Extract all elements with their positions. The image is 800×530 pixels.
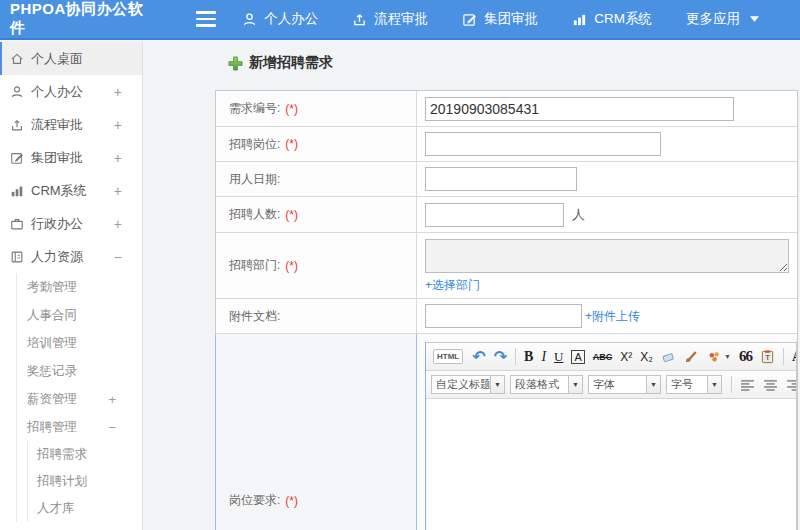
sidebar-item-label: 个人办公 xyxy=(31,83,83,101)
bold-button[interactable]: B xyxy=(524,349,533,365)
editor-toolbar-row1: HTML ↶ ↷ B I U A ABC X² X₂ xyxy=(426,343,796,371)
underline-button[interactable]: U xyxy=(554,349,563,365)
editor-toolbar-row2: 自定义标题 ▼ 段落格式 ▼ 字体 ▼ 字号 ▼ xyxy=(426,371,796,399)
sidebar-item-human-resources[interactable]: 人力资源 − xyxy=(0,240,142,273)
headcount-input[interactable] xyxy=(425,203,564,227)
field-label: 招聘人数:(*) xyxy=(216,197,417,232)
align-left-icon[interactable] xyxy=(740,379,755,391)
sidebar-item-reward-records[interactable]: 奖惩记录 xyxy=(17,357,142,385)
sidebar: 个人桌面 个人办公 + 流程审批 + 集团审批 + CRM系统 + 行政办公 +… xyxy=(0,42,143,530)
select-department-link[interactable]: +选择部门 xyxy=(425,277,480,294)
sidebar-item-label: 招聘管理 xyxy=(27,419,77,436)
hire-date-input[interactable] xyxy=(425,167,577,191)
sidebar-item-group-approval[interactable]: 集团审批 + xyxy=(0,141,142,174)
sidebar-item-attendance-mgmt[interactable]: 考勤管理 xyxy=(17,273,142,301)
chevron-down-icon: ▼ xyxy=(568,376,582,393)
eraser-icon[interactable] xyxy=(661,349,676,364)
sidebar-item-recruit-demand[interactable]: 招聘需求 xyxy=(28,441,142,468)
editor-content-area[interactable] xyxy=(426,399,796,530)
nav-crm-system[interactable]: CRM系统 xyxy=(572,10,652,28)
sidebar-item-recruit-mgmt[interactable]: 招聘管理 − xyxy=(17,413,142,441)
add-plus-icon xyxy=(228,56,243,71)
italic-button[interactable]: I xyxy=(541,349,546,365)
font-border-button[interactable]: A xyxy=(571,350,584,364)
sidebar-item-label: 行政办公 xyxy=(31,215,83,233)
field-label: 招聘岗位:(*) xyxy=(216,127,417,161)
redo-icon[interactable]: ↷ xyxy=(494,347,507,366)
paste-icon[interactable]: T xyxy=(760,349,775,364)
demand-no-input[interactable] xyxy=(425,97,734,121)
font-color-button[interactable]: A ▼ xyxy=(792,349,796,365)
sidebar-item-hr-contract[interactable]: 人事合同 xyxy=(17,301,142,329)
upload-attachment-link[interactable]: +附件上传 xyxy=(585,308,640,325)
sidebar-item-label: 招聘需求 xyxy=(37,446,87,463)
sidebar-item-personal-office[interactable]: 个人办公 + xyxy=(0,75,142,108)
form-row-position: 招聘岗位:(*) xyxy=(215,127,797,162)
font-family-dropdown[interactable]: 字体 ▼ xyxy=(588,375,661,394)
page-title: 新增招聘需求 xyxy=(228,54,333,72)
sidebar-item-crm-system[interactable]: CRM系统 + xyxy=(0,174,142,207)
app-logo: PHPOA协同办公软件 xyxy=(0,0,158,38)
attachment-input[interactable] xyxy=(425,304,582,328)
nav-more-apps[interactable]: 更多应用 xyxy=(686,10,766,28)
user-icon xyxy=(242,12,257,27)
field-label: 用人日期: xyxy=(216,162,417,196)
expand-toggle[interactable]: + xyxy=(114,117,122,133)
sidebar-item-personal-desktop[interactable]: 个人桌面 xyxy=(0,42,142,75)
department-textarea[interactable] xyxy=(425,239,789,273)
nav-personal-office[interactable]: 个人办公 xyxy=(242,10,318,28)
strikethrough-button[interactable]: ABC xyxy=(593,352,613,362)
superscript-button[interactable]: X² xyxy=(620,350,632,364)
align-center-icon[interactable] xyxy=(763,379,778,391)
collapse-toggle[interactable]: − xyxy=(114,249,122,265)
chevron-down-icon xyxy=(750,16,759,22)
field-label: 岗位要求:(*) xyxy=(216,334,417,530)
source-code-button[interactable]: HTML xyxy=(433,349,463,364)
nav-label: 个人办公 xyxy=(264,10,318,28)
chevron-down-icon: ▼ xyxy=(646,376,660,393)
recruit-demand-form: 需求编号:(*) 招聘岗位:(*) 用人日期: 招聘人数:(*) xyxy=(215,90,798,530)
custom-title-dropdown[interactable]: 自定义标题 ▼ xyxy=(431,375,505,394)
undo-icon[interactable]: ↶ xyxy=(472,347,485,366)
expand-toggle[interactable]: + xyxy=(114,150,122,166)
menu-toggle-icon[interactable] xyxy=(196,11,217,27)
field-label: 需求编号:(*) xyxy=(216,91,417,126)
bar-chart-icon xyxy=(572,12,587,27)
sidebar-item-label: CRM系统 xyxy=(31,182,87,200)
expand-toggle[interactable]: + xyxy=(114,216,122,232)
sidebar-item-label: 招聘计划 xyxy=(37,473,87,490)
position-input[interactable] xyxy=(425,132,661,156)
sidebar-item-process-approval[interactable]: 流程审批 + xyxy=(0,108,142,141)
sidebar-item-talent-pool[interactable]: 人才库 xyxy=(28,495,142,522)
paragraph-format-dropdown[interactable]: 段落格式 ▼ xyxy=(510,375,583,394)
sidebar-item-training-mgmt[interactable]: 培训管理 xyxy=(17,329,142,357)
nav-label: CRM系统 xyxy=(594,10,652,28)
edit-icon xyxy=(10,151,24,165)
bar-chart-icon xyxy=(10,184,24,198)
recruit-submenu: 招聘需求 招聘计划 人才库 xyxy=(27,441,142,522)
expand-toggle[interactable]: + xyxy=(108,392,116,407)
collapse-toggle[interactable]: − xyxy=(108,420,116,435)
format-brush-icon[interactable] xyxy=(684,349,699,364)
sidebar-item-label: 个人桌面 xyxy=(31,50,83,68)
sidebar-item-label: 奖惩记录 xyxy=(27,363,77,380)
form-row-job-requirements: 岗位要求:(*) HTML ↶ ↷ B I U A ABC X² xyxy=(215,334,797,530)
field-label: 招聘部门:(*) xyxy=(216,233,417,298)
nav-process-approval[interactable]: 流程审批 xyxy=(352,10,428,28)
nav-group-approval[interactable]: 集团审批 xyxy=(462,10,538,28)
expand-toggle[interactable]: + xyxy=(114,84,122,100)
sidebar-item-admin-office[interactable]: 行政办公 + xyxy=(0,207,142,240)
align-right-icon[interactable] xyxy=(786,379,796,391)
svg-text:T: T xyxy=(765,353,770,362)
font-size-dropdown[interactable]: 字号 ▼ xyxy=(666,375,722,394)
sidebar-item-salary-mgmt[interactable]: 薪资管理 + xyxy=(17,385,142,413)
blockquote-button[interactable]: 66 xyxy=(739,348,752,365)
color-palette-icon[interactable]: ▼ xyxy=(707,350,731,364)
rich-text-editor: HTML ↶ ↷ B I U A ABC X² X₂ xyxy=(425,342,797,530)
sidebar-item-recruit-plan[interactable]: 招聘计划 xyxy=(28,468,142,495)
sidebar-item-label: 人力资源 xyxy=(31,248,83,266)
expand-toggle[interactable]: + xyxy=(114,183,122,199)
top-nav: 个人办公 流程审批 集团审批 CRM系统 更多应用 xyxy=(242,10,800,28)
subscript-button[interactable]: X₂ xyxy=(640,350,653,364)
sidebar-item-label: 人事合同 xyxy=(27,307,77,324)
